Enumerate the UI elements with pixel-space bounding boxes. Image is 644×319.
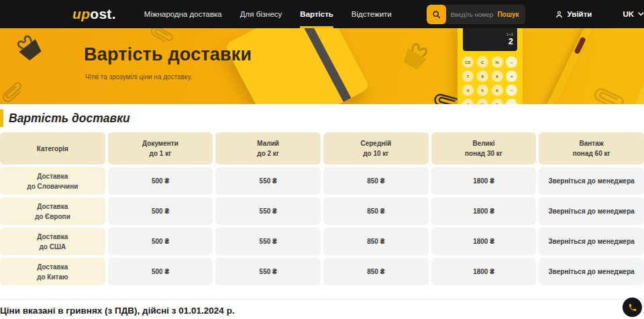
- nav-link-international[interactable]: Міжнародна доставка: [144, 0, 222, 28]
- paperclip-icon: [0, 79, 28, 104]
- column-header: Малийдо 2 кг: [215, 132, 321, 165]
- price-cell: 850 ₴: [323, 167, 429, 195]
- language-selector[interactable]: UK: [623, 10, 644, 18]
- price-cell: Зверніться до менеджера: [539, 167, 644, 195]
- binder-clip-icon: [395, 37, 436, 77]
- calculator-key: 5: [477, 85, 488, 96]
- footer-note: Ціни вказані в гривнях (з ПДВ), дійсні з…: [0, 299, 644, 316]
- calculator-key: 9: [492, 71, 503, 82]
- pricing-disclaimer: Ціни вказані в гривнях (з ПДВ), дійсні з…: [0, 306, 644, 316]
- price-cell: 550 ₴: [215, 258, 321, 285]
- column-header: Великіпонад 30 кг: [431, 132, 537, 165]
- column-header: Вантажпонад 60 кг: [539, 132, 644, 165]
- tracking-search: Пошук: [427, 5, 525, 24]
- section-title: Вартість доставки: [9, 111, 130, 126]
- price-cell: 1800 ₴: [431, 197, 537, 225]
- pencil-decoration: [631, 35, 644, 104]
- hero-subtitle: Чіткі та зрозумілі ціни на доставку.: [85, 73, 192, 81]
- calculator-key: 6: [492, 85, 503, 96]
- login-label: Увійти: [568, 10, 592, 18]
- search-input[interactable]: [446, 11, 498, 18]
- price-cell: 850 ₴: [323, 197, 429, 225]
- section-heading: Вартість доставки: [0, 104, 644, 132]
- price-cell: 550 ₴: [215, 167, 321, 195]
- phone-icon: [628, 303, 637, 312]
- calculator-key: ×: [506, 71, 517, 82]
- calculator-decoration: 1+1 2 CEC%÷789×456−123+%0.=: [458, 28, 523, 104]
- language-value: UK: [623, 10, 634, 18]
- column-header: Середнійдо 10 кг: [323, 132, 429, 165]
- calculator-keys: CEC%÷789×456−123+%0.=: [458, 54, 523, 104]
- pricing-table: КатегоріяДокументидо 1 кгМалийдо 2 кгСер…: [0, 132, 644, 285]
- calculator-key: CE: [462, 56, 474, 68]
- calculator-key: 4: [462, 85, 474, 96]
- login-button[interactable]: Увійти: [555, 10, 592, 19]
- calculator-key: −: [506, 85, 517, 96]
- search-submit-label[interactable]: Пошук: [497, 11, 525, 18]
- calculator-key: 2: [477, 99, 488, 104]
- price-cell: 550 ₴: [215, 197, 321, 225]
- calculator-key: ÷: [506, 56, 517, 68]
- paperclip-icon: [587, 83, 627, 104]
- calculator-key: C: [477, 56, 488, 68]
- search-icon: [432, 10, 441, 19]
- nav-link-track[interactable]: Відстежити: [352, 0, 392, 28]
- price-cell: 500 ₴: [108, 258, 213, 285]
- row-category: Доставкадо Європи: [0, 197, 105, 225]
- calculator-result: 2: [467, 36, 513, 46]
- logo[interactable]: upost.: [72, 6, 116, 22]
- main-nav: Міжнародна доставка Для бізнесу Вартість…: [144, 0, 392, 28]
- navbar: upost. Міжнародна доставка Для бізнесу В…: [0, 0, 644, 28]
- price-cell: Зверніться до менеджера: [539, 228, 644, 255]
- logo-text: ost.: [90, 6, 116, 21]
- price-cell: 500 ₴: [108, 228, 213, 255]
- calculator-key: 7: [462, 71, 474, 82]
- search-button[interactable]: [427, 5, 446, 24]
- chevron-down-icon: [638, 12, 644, 16]
- calculator-key: 8: [477, 71, 488, 82]
- price-cell: 500 ₴: [108, 167, 213, 195]
- nav-link-business[interactable]: Для бізнесу: [240, 0, 282, 28]
- calculator-screen: 1+1 2: [463, 28, 517, 51]
- row-category: Доставкадо Словаччини: [0, 167, 105, 195]
- pen-decoration: [539, 28, 594, 104]
- hero-title: Вартість доставки: [84, 44, 252, 65]
- price-cell: 850 ₴: [323, 258, 429, 285]
- calculator-key: 3: [492, 99, 503, 104]
- price-cell: 1800 ₴: [431, 258, 537, 285]
- price-cell: Зверніться до менеджера: [539, 258, 644, 285]
- price-cell: Зверніться до менеджера: [539, 197, 644, 225]
- binder-clip-icon: [9, 29, 49, 69]
- calculator-key: +: [506, 99, 517, 104]
- price-cell: 850 ₴: [323, 228, 429, 255]
- hero-banner: 1+1 2 CEC%÷789×456−123+%0.= Вартість дос…: [0, 28, 644, 104]
- price-cell: 550 ₴: [215, 228, 321, 255]
- section-accent-bar: [0, 109, 3, 127]
- calculator-key: 1: [462, 99, 474, 104]
- nav-link-pricing[interactable]: Вартість: [300, 0, 333, 28]
- price-cell: 500 ₴: [108, 197, 213, 225]
- price-cell: 1800 ₴: [431, 167, 537, 195]
- calculator-key: %: [492, 56, 503, 68]
- column-header: Документидо 1 кг: [108, 132, 213, 165]
- column-header: Категорія: [0, 132, 105, 165]
- call-fab-button[interactable]: [623, 298, 642, 317]
- row-category: Доставкадо США: [0, 228, 105, 255]
- price-cell: 1800 ₴: [431, 228, 537, 255]
- user-icon: [555, 10, 564, 19]
- row-category: Доставкадо Китаю: [0, 258, 105, 285]
- logo-mark: up: [72, 6, 90, 21]
- notebook-decoration: [224, 28, 370, 104]
